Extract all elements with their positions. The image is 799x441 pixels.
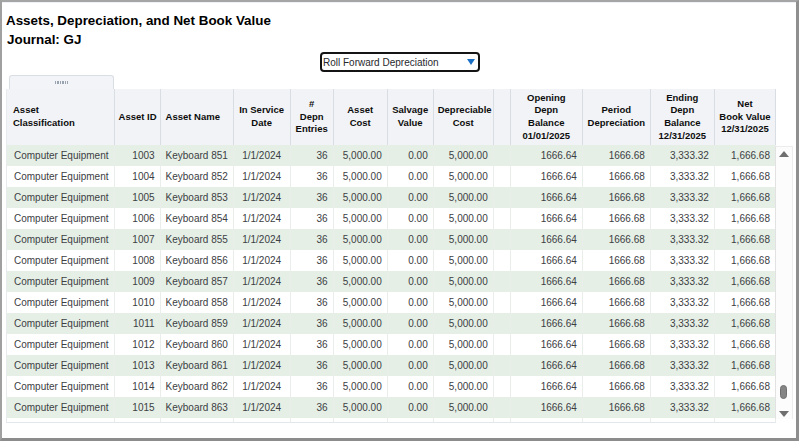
- scroll-thumb[interactable]: [780, 385, 787, 399]
- cell-opening[interactable]: 1666.64: [510, 250, 582, 271]
- cell-depn_entries[interactable]: 36: [290, 376, 333, 397]
- cell-depn_entries[interactable]: 36: [290, 271, 333, 292]
- cell-nbv[interactable]: 1,666.68: [714, 397, 775, 418]
- cell-period[interactable]: 1666.68: [582, 376, 650, 397]
- cell-salvage_value[interactable]: 0.00: [387, 313, 433, 334]
- cell-asset_cost[interactable]: 5,000.00: [333, 187, 387, 208]
- cell-period[interactable]: 1666.68: [582, 229, 650, 250]
- cell-asset_id[interactable]: 1013: [114, 355, 160, 376]
- cell-depreciable[interactable]: 5,000.00: [433, 145, 493, 166]
- column-header-depn_entries[interactable]: # Depn Entries: [290, 89, 333, 145]
- cell-salvage_value[interactable]: 0.00: [387, 292, 433, 313]
- cell-salvage_value[interactable]: 0.00: [387, 166, 433, 187]
- cell-in_service[interactable]: 1/1/2024: [233, 208, 290, 229]
- cell-opening[interactable]: 1666.64: [510, 292, 582, 313]
- cell-period[interactable]: 1666.68: [582, 292, 650, 313]
- cell-ending[interactable]: 3,333.32: [650, 271, 714, 292]
- cell-depn_entries[interactable]: 36: [290, 166, 333, 187]
- cell-ending[interactable]: 3,333.32: [650, 334, 714, 355]
- cell-asset_name[interactable]: Keyboard 853: [160, 187, 233, 208]
- cell-depreciable[interactable]: 5,000.00: [433, 313, 493, 334]
- cell-classification[interactable]: Computer Equipment: [7, 187, 114, 208]
- cell-depn_entries[interactable]: 36: [290, 334, 333, 355]
- cell-classification[interactable]: Computer Equipment: [7, 271, 114, 292]
- cell-classification[interactable]: Computer Equipment: [7, 208, 114, 229]
- cell-asset_id[interactable]: 1006: [114, 208, 160, 229]
- cell-spacer[interactable]: [493, 145, 510, 166]
- cell-nbv[interactable]: 1,666.68: [714, 145, 775, 166]
- cell-depreciable[interactable]: 5,000.00: [433, 334, 493, 355]
- cell-depreciable[interactable]: 5,000.00: [433, 166, 493, 187]
- cell-depn_entries[interactable]: 36: [290, 292, 333, 313]
- cell-in_service[interactable]: 1/1/2024: [233, 250, 290, 271]
- cell-salvage_value[interactable]: 0.00: [387, 376, 433, 397]
- cell-in_service[interactable]: 1/1/2024: [233, 271, 290, 292]
- cell-classification[interactable]: Computer Equipment: [7, 376, 114, 397]
- cell-asset_cost[interactable]: 5,000.00: [333, 313, 387, 334]
- cell-depreciable[interactable]: 5,000.00: [433, 250, 493, 271]
- column-header-salvage_value[interactable]: Salvage Value: [387, 89, 433, 145]
- view-dropdown[interactable]: Roll Forward Depreciation: [320, 52, 480, 72]
- cell-asset_id[interactable]: 1011: [114, 313, 160, 334]
- cell-ending[interactable]: 3,333.32: [650, 355, 714, 376]
- cell-asset_cost[interactable]: 5,000.00: [333, 292, 387, 313]
- cell-nbv[interactable]: 1,666.68: [714, 355, 775, 376]
- cell-classification[interactable]: Computer Equipment: [7, 250, 114, 271]
- cell-depreciable[interactable]: 5,000.00: [433, 271, 493, 292]
- cell-asset_id[interactable]: 1008: [114, 250, 160, 271]
- cell-depreciable[interactable]: 5,000.00: [433, 355, 493, 376]
- cell-classification[interactable]: Computer Equipment: [7, 334, 114, 355]
- cell-ending[interactable]: 3,333.32: [650, 166, 714, 187]
- cell-ending[interactable]: 3,333.32: [650, 313, 714, 334]
- cell-asset_name[interactable]: Keyboard 861: [160, 355, 233, 376]
- scroll-down-icon[interactable]: [779, 411, 789, 417]
- cell-classification[interactable]: Computer Equipment: [7, 292, 114, 313]
- column-header-depreciable[interactable]: Depreciable Cost: [433, 89, 493, 145]
- cell-asset_cost[interactable]: 5,000.00: [333, 397, 387, 418]
- cell-in_service[interactable]: 1/1/2024: [233, 229, 290, 250]
- cell-nbv[interactable]: 1,666.68: [714, 208, 775, 229]
- cell-depreciable[interactable]: 5,000.00: [433, 229, 493, 250]
- cell-opening[interactable]: 1666.64: [510, 271, 582, 292]
- cell-depn_entries[interactable]: 36: [290, 187, 333, 208]
- cell-asset_id[interactable]: 1007: [114, 229, 160, 250]
- cell-nbv[interactable]: 1,666.68: [714, 229, 775, 250]
- cell-period[interactable]: 1666.68: [582, 334, 650, 355]
- cell-asset_cost[interactable]: 5,000.00: [333, 271, 387, 292]
- cell-depn_entries[interactable]: 36: [290, 355, 333, 376]
- cell-salvage_value[interactable]: 0.00: [387, 271, 433, 292]
- cell-opening[interactable]: 1666.64: [510, 166, 582, 187]
- cell-depreciable[interactable]: 5,000.00: [433, 292, 493, 313]
- cell-asset_id[interactable]: 1012: [114, 334, 160, 355]
- cell-asset_id[interactable]: 1014: [114, 376, 160, 397]
- cell-depn_entries[interactable]: 36: [290, 313, 333, 334]
- cell-salvage_value[interactable]: 0.00: [387, 334, 433, 355]
- cell-salvage_value[interactable]: 0.00: [387, 397, 433, 418]
- column-header-asset_name[interactable]: Asset Name: [160, 89, 233, 145]
- column-header-in_service[interactable]: In Service Date: [233, 89, 290, 145]
- cell-asset_cost[interactable]: 5,000.00: [333, 208, 387, 229]
- cell-in_service[interactable]: 1/1/2024: [233, 187, 290, 208]
- cell-nbv[interactable]: 1,666.68: [714, 313, 775, 334]
- cell-nbv[interactable]: 1,666.68: [714, 166, 775, 187]
- cell-depreciable[interactable]: 5,000.00: [433, 397, 493, 418]
- cell-period[interactable]: 1666.68: [582, 145, 650, 166]
- cell-opening[interactable]: 1666.64: [510, 397, 582, 418]
- cell-opening[interactable]: 1666.64: [510, 145, 582, 166]
- cell-ending[interactable]: 3,333.32: [650, 397, 714, 418]
- cell-depreciable[interactable]: 5,000.00: [433, 208, 493, 229]
- cell-opening[interactable]: 1666.64: [510, 355, 582, 376]
- cell-asset_id[interactable]: 1010: [114, 292, 160, 313]
- cell-depn_entries[interactable]: 36: [290, 250, 333, 271]
- cell-depn_entries[interactable]: 36: [290, 208, 333, 229]
- cell-salvage_value[interactable]: 0.00: [387, 229, 433, 250]
- cell-asset_name[interactable]: Keyboard 859: [160, 313, 233, 334]
- cell-asset_cost[interactable]: 5,000.00: [333, 334, 387, 355]
- cell-spacer[interactable]: [493, 376, 510, 397]
- cell-depn_entries[interactable]: 36: [290, 229, 333, 250]
- cell-depreciable[interactable]: 5,000.00: [433, 376, 493, 397]
- cell-asset_name[interactable]: Keyboard 858: [160, 292, 233, 313]
- cell-period[interactable]: 1666.68: [582, 166, 650, 187]
- cell-spacer[interactable]: [493, 229, 510, 250]
- cell-ending[interactable]: 3,333.32: [650, 229, 714, 250]
